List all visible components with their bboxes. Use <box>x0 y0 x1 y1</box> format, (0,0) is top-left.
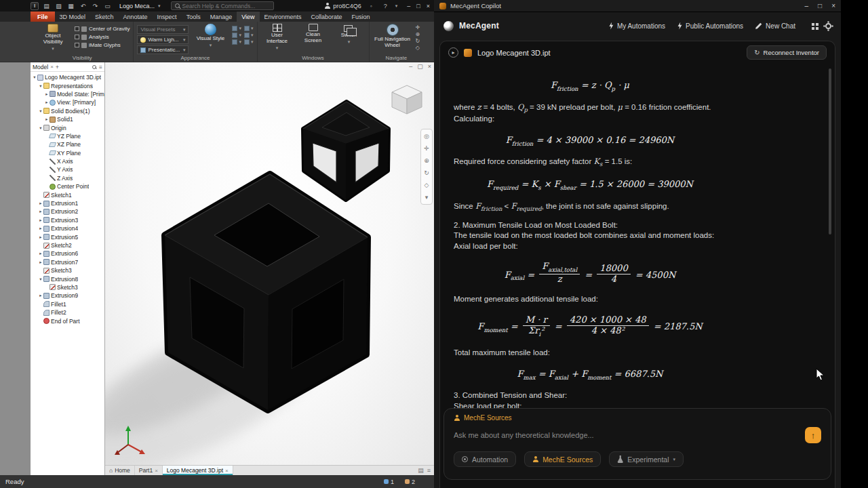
tab-menu-icon[interactable]: ≡ <box>427 467 431 474</box>
expander-icon[interactable]: ▾ <box>38 277 43 282</box>
doc-close-icon[interactable]: × <box>428 63 431 70</box>
button-clean-screen[interactable]: Clean Screen <box>297 23 330 44</box>
ribbon-tab-collaborate[interactable]: Collaborate <box>307 12 347 22</box>
close-button[interactable]: × <box>427 3 430 9</box>
minimize-button[interactable]: – <box>407 3 410 9</box>
expander-icon[interactable]: ▸ <box>38 218 43 223</box>
tree-item-sketch1[interactable]: Sketch1 <box>31 190 104 199</box>
ribbon-tab-fusion[interactable]: Fusion <box>347 12 375 22</box>
chat-input[interactable] <box>454 431 798 439</box>
inventor-app-icon[interactable]: I <box>31 2 39 10</box>
redo-icon[interactable]: ↷ <box>91 2 100 10</box>
mode-meche-sources[interactable]: MechE Sources <box>524 451 601 467</box>
tree-item-view-primary[interactable]: ▸View: [Primary] <box>31 98 104 106</box>
expander-icon[interactable]: ▾ <box>32 75 37 80</box>
expander-icon[interactable]: ▸ <box>44 92 50 97</box>
open-file-icon[interactable]: ▨ <box>54 2 63 10</box>
tree-item-fillet2[interactable]: Fillet2 <box>31 308 104 317</box>
send-button[interactable]: ↑ <box>805 427 821 443</box>
settings-gear-icon[interactable] <box>825 23 831 29</box>
chevron-down-icon[interactable]: ▾ <box>422 192 431 202</box>
expander-icon[interactable]: ▸ <box>38 235 43 240</box>
browser-search-icon[interactable] <box>92 65 96 69</box>
tree-item-solid1[interactable]: ▸Solid1 <box>31 115 104 123</box>
button-user-interface[interactable]: User Interface▾ <box>261 23 294 50</box>
zoom-icon[interactable]: ⊕ <box>416 31 420 37</box>
expander-icon[interactable]: ▾ <box>38 125 43 131</box>
tree-item-extrusion8[interactable]: ▾Extrusion8 <box>31 274 104 283</box>
orbit-icon[interactable]: ↻ <box>416 38 420 44</box>
pan-icon[interactable]: ✛ <box>416 24 420 30</box>
undo-icon[interactable]: ↶ <box>79 2 87 10</box>
checkbox-center-of-gravity[interactable]: Center of Gravity <box>75 26 130 32</box>
ribbon-tab-inspect[interactable]: Inspect <box>153 12 182 22</box>
appearance-option-icon[interactable]: ▾ <box>244 26 254 31</box>
doc-tab-part1[interactable]: Part1× <box>135 466 163 475</box>
tree-item-yz-plane[interactable]: YZ Plane <box>31 132 104 140</box>
expander-icon[interactable]: ▸ <box>38 260 43 265</box>
browser-tab-model[interactable]: Model <box>33 64 48 70</box>
expander-icon[interactable]: ▾ <box>38 108 43 114</box>
close-button[interactable]: × <box>831 2 835 9</box>
doc-minimize-icon[interactable]: – <box>409 63 412 70</box>
tree-item-xy-plane[interactable]: XY Plane <box>31 149 104 157</box>
ribbon-tab-3d-model[interactable]: 3D Model <box>55 12 91 22</box>
visual-style-button[interactable]: Visual Style ▾ <box>192 23 229 47</box>
dropdown-presentatic[interactable]: Presentatic...▾ <box>137 45 189 54</box>
search-input[interactable] <box>182 3 270 9</box>
ribbon-tab-sketch[interactable]: Sketch <box>90 12 119 22</box>
browser-menu-icon[interactable]: ≡ <box>99 64 102 70</box>
orbit-icon[interactable]: ↻ <box>422 168 431 178</box>
tree-item-extrusion5[interactable]: ▸Extrusion5 <box>31 232 104 241</box>
tree-item-extrusion3[interactable]: ▸Extrusion3 <box>31 216 104 224</box>
notifications-icon[interactable]: ◦ <box>367 2 376 10</box>
command-search[interactable] <box>171 1 274 10</box>
expander-icon[interactable]: ▸ <box>38 201 43 206</box>
close-icon[interactable]: × <box>225 468 229 474</box>
tree-item-y-axis[interactable]: Y Axis <box>31 165 104 174</box>
tree-item-fillet1[interactable]: Fillet1 <box>31 300 104 308</box>
expander-icon[interactable]: ▸ <box>38 209 43 214</box>
tree-item-z-axis[interactable]: Z Axis <box>31 174 104 182</box>
checkbox-analysis[interactable]: Analysis <box>75 34 130 40</box>
tree-item-extrusion1[interactable]: ▸Extrusion1 <box>31 199 104 207</box>
checkbox-imate-glyphs[interactable]: iMate Glyphs <box>75 42 130 48</box>
ribbon-tab-file[interactable]: File <box>31 12 55 22</box>
look-at-icon[interactable]: ◇ <box>416 45 420 51</box>
dropdown-visual-presets[interactable]: Visual Presets▾ <box>137 25 189 34</box>
minimize-button[interactable]: – <box>805 2 809 9</box>
ribbon-tab-view[interactable]: View <box>237 12 259 22</box>
full-navigation-wheel-button[interactable]: Full Navigation Wheel <box>373 23 412 49</box>
ribbon-tab-environments[interactable]: Environments <box>260 12 307 22</box>
mode-experimental[interactable]: Experimental▾ <box>609 451 684 467</box>
tree-item-sketch2[interactable]: Sketch2 <box>31 241 104 249</box>
tab-list-icon[interactable]: ▤ <box>418 467 424 474</box>
doc-restore-icon[interactable]: ▢ <box>417 63 423 70</box>
expander-icon[interactable]: ▾ <box>38 83 43 89</box>
expander-icon[interactable]: ▸ <box>44 100 50 105</box>
tree-item-extrusion4[interactable]: ▸Extrusion4 <box>31 224 104 232</box>
tree-item-logo-mecagent-3d-ipt[interactable]: ▾Logo Mecagent 3D.ipt <box>31 73 104 81</box>
tree-item-extrusion9[interactable]: ▸Extrusion9 <box>31 291 104 300</box>
close-icon[interactable]: × <box>155 468 158 474</box>
add-panel-icon[interactable]: + <box>56 64 59 70</box>
scrollbar-thumb[interactable] <box>829 68 831 235</box>
expander-icon[interactable]: ▸ <box>38 226 43 231</box>
account-chip[interactable]: pro8C4Q6 <box>324 3 361 9</box>
close-icon[interactable]: × <box>50 64 54 70</box>
nav-my-automations[interactable]: My Automations <box>609 22 665 30</box>
maximize-button[interactable]: □ <box>818 2 822 9</box>
tree-item-solid-bodies-1[interactable]: ▾Solid Bodies(1) <box>31 107 104 115</box>
3d-viewport[interactable]: – ▢ × ◎ ✛ ⊕ ↻ ◇ ▾ <box>105 62 434 465</box>
tree-item-extrusion7[interactable]: ▸Extrusion7 <box>31 258 104 266</box>
ribbon-tab-annotate[interactable]: Annotate <box>119 12 153 22</box>
ribbon-tab-tools[interactable]: Tools <box>182 12 205 22</box>
tree-item-extrusion2[interactable]: ▸Extrusion2 <box>31 207 104 216</box>
dropdown-warm-ligh[interactable]: Warm Ligh...▾ <box>137 35 189 44</box>
tree-item-sketch3[interactable]: Sketch3 <box>31 283 104 291</box>
run-status-icon[interactable]: ▸ <box>448 47 458 58</box>
appearance-option-icon[interactable]: ▾ <box>244 33 254 38</box>
doc-tab-home[interactable]: ⌂Home <box>105 466 135 475</box>
nav-public-automations[interactable]: Public Automations <box>677 22 743 30</box>
nav-new-chat[interactable]: New Chat <box>755 22 795 30</box>
